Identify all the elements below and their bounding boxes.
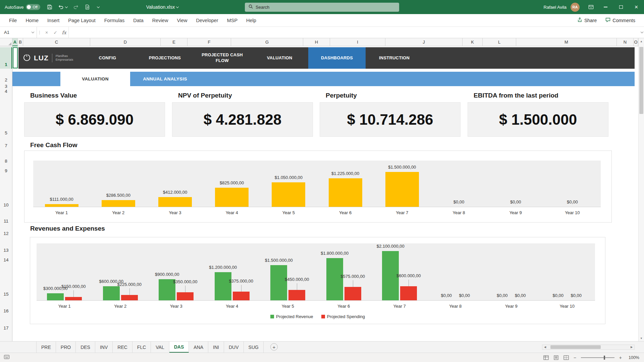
row-header-4[interactable]: 4 — [0, 89, 12, 94]
scroll-left-icon[interactable]: ◀ — [542, 346, 548, 349]
column-header-D[interactable]: D — [90, 38, 161, 46]
avatar[interactable]: RA — [571, 3, 580, 12]
vertical-scroll-thumb[interactable] — [639, 47, 643, 114]
nav-tab-projected-cash-flow[interactable]: PROJECTED CASH FLOW — [194, 47, 251, 69]
column-header-N[interactable]: N — [617, 38, 634, 46]
nav-tab-instruction[interactable]: INSTRUCTION — [366, 47, 423, 69]
vertical-scroll-track[interactable] — [639, 44, 644, 335]
zoom-slider[interactable] — [581, 357, 614, 358]
scroll-down-icon[interactable]: ▼ — [639, 335, 644, 341]
row-header-3[interactable]: 3 — [0, 84, 12, 89]
menu-tab-developer[interactable]: Developer — [192, 14, 223, 26]
column-header-O[interactable]: O — [634, 38, 638, 46]
column-header-E[interactable]: E — [161, 38, 187, 46]
row-header-15[interactable]: 15 — [0, 292, 12, 297]
ribbon-display-options-icon[interactable] — [584, 4, 598, 10]
row-header-2[interactable]: 2 — [0, 77, 12, 82]
menu-tab-file[interactable]: File — [5, 14, 21, 26]
maximize-button[interactable] — [613, 0, 629, 14]
save-icon[interactable] — [47, 4, 52, 10]
cell-name-box[interactable]: A1 — [0, 27, 37, 38]
customize-qat-chevron-icon[interactable] — [96, 7, 99, 8]
horizont al-scroll-track[interactable] — [548, 345, 629, 349]
document-check-icon[interactable] — [85, 4, 90, 10]
zoom-level[interactable]: 100% — [627, 355, 639, 360]
nav-tab-valuation[interactable]: VALUATION — [251, 47, 308, 69]
sub-tab-annual-analysis[interactable]: ANNUAL ANALYSIS — [130, 72, 200, 86]
keyboard-icon[interactable] — [4, 355, 9, 360]
sheet-tab-pre[interactable]: PRE — [36, 342, 56, 353]
user-name[interactable]: Rafael Avila — [544, 5, 567, 10]
selected-cell-a1[interactable] — [13, 47, 18, 68]
minimize-button[interactable] — [598, 0, 613, 14]
formula-input[interactable] — [68, 27, 638, 38]
column-header-L[interactable]: L — [483, 38, 516, 46]
column-header-C[interactable]: C — [23, 38, 90, 46]
row-header-1[interactable]: 1 — [0, 62, 12, 67]
sheet-tab-ini[interactable]: INI — [208, 342, 224, 353]
autosave-toggle[interactable]: AutoSave Off — [0, 4, 40, 10]
sheet-tab-sug[interactable]: SUG — [244, 342, 264, 353]
add-sheet-button[interactable]: + — [270, 343, 278, 351]
horizontal-scroll-thumb[interactable] — [550, 345, 601, 349]
vertical-scrollbar[interactable]: ▲ ▼ — [638, 38, 644, 341]
column-header-G[interactable]: G — [231, 38, 303, 46]
comments-button[interactable]: Comments — [602, 16, 639, 25]
menu-tab-review[interactable]: Review — [148, 14, 173, 26]
scroll-up-icon[interactable]: ▲ — [639, 38, 644, 44]
row-header-14[interactable]: 14 — [0, 257, 12, 262]
row-header-17[interactable]: 17 — [0, 325, 12, 330]
sheet-tab-pro[interactable]: PRO — [56, 342, 76, 353]
sheet-tab-des[interactable]: DES — [76, 342, 95, 353]
sheet-tab-ana[interactable]: ANA — [189, 342, 208, 353]
column-header-K[interactable]: K — [463, 38, 483, 46]
menu-tab-page-layout[interactable]: Page Layout — [64, 14, 100, 26]
row-header-7[interactable]: 7 — [0, 143, 12, 148]
zoom-out-button[interactable]: − — [574, 355, 576, 360]
row-header-16[interactable]: 16 — [0, 308, 12, 313]
row-header-13[interactable]: 13 — [0, 248, 12, 253]
row-header-10[interactable]: 10 — [0, 202, 12, 207]
row-header-12[interactable]: 12 — [0, 231, 12, 236]
row-header-8[interactable]: 8 — [0, 159, 12, 164]
column-header-A[interactable]: A — [12, 38, 18, 46]
menu-tab-home[interactable]: Home — [21, 14, 43, 26]
column-header-H[interactable]: H — [303, 38, 330, 46]
select-all-corner[interactable] — [0, 38, 12, 46]
column-header-M[interactable]: M — [516, 38, 617, 46]
document-title[interactable]: Valuation.xlsx — [146, 4, 178, 10]
cancel-icon[interactable]: × — [42, 27, 51, 38]
namebox-resize-handle[interactable]: ⋮ — [37, 27, 42, 38]
zoom-in-button[interactable]: + — [619, 355, 622, 360]
menu-tab-data[interactable]: Data — [129, 14, 148, 26]
page-break-view-icon[interactable] — [564, 355, 569, 360]
search-input[interactable]: Search — [245, 3, 399, 12]
sheet-tab-das[interactable]: DAS — [169, 342, 189, 353]
close-button[interactable]: × — [629, 0, 644, 14]
zoom-slider-thumb[interactable] — [604, 356, 605, 360]
share-button[interactable]: Share — [574, 16, 600, 25]
insert-function-icon[interactable]: fx — [60, 27, 68, 38]
menu-tab-msp[interactable]: MSP — [223, 14, 242, 26]
revenues-expenses-chart[interactable]: $300.000,00$150.000,00Year 1$600.000,00$… — [30, 237, 605, 324]
sub-tab-valuation[interactable]: VALUATION — [60, 72, 130, 86]
menu-tab-help[interactable]: Help — [242, 14, 261, 26]
enter-icon[interactable]: ✓ — [51, 27, 60, 38]
page-layout-view-icon[interactable] — [553, 355, 559, 360]
undo-icon[interactable] — [58, 4, 67, 10]
horizontal-scrollbar[interactable]: ◀ ▶ — [542, 345, 635, 350]
row-header-5[interactable]: 5 — [0, 130, 12, 135]
nav-tab-projections[interactable]: PROJECTIONS — [136, 47, 194, 69]
sheet-canvas[interactable]: LUZ Planilhas Empresariais CONFIGPROJECT… — [12, 46, 638, 341]
sheet-tab-rec[interactable]: REC — [113, 342, 132, 353]
column-header-J[interactable]: J — [385, 38, 463, 46]
free-cash-flow-chart[interactable]: $111.000,00Year 1$286.500,00Year 2$412.0… — [24, 150, 612, 223]
nav-tab-config[interactable]: CONFIG — [79, 47, 136, 69]
row-header-9[interactable]: 9 — [0, 168, 12, 173]
sheet-tab-flc[interactable]: FLC — [132, 342, 151, 353]
redo-icon[interactable] — [73, 4, 79, 10]
sheet-tab-val[interactable]: VAL — [151, 342, 169, 353]
normal-view-icon[interactable] — [543, 355, 549, 360]
column-header-I[interactable]: I — [330, 38, 385, 46]
sheet-tab-inv[interactable]: INV — [95, 342, 113, 353]
